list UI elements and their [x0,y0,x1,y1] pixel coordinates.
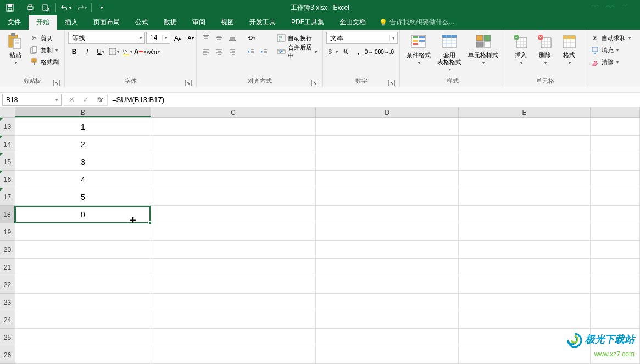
col-header-c[interactable]: C [151,107,316,117]
cell[interactable] [459,223,591,241]
cell[interactable] [316,171,459,188]
row-header-16[interactable]: 16 [0,171,15,188]
delete-cells-button[interactable]: ×删除▾ [533,32,557,67]
chevron-down-icon[interactable]: ▾ [389,35,397,41]
cell[interactable]: 4 [15,171,151,188]
cell[interactable] [591,311,640,329]
cell[interactable] [316,241,459,259]
paste-button[interactable]: 粘贴▾ [3,32,27,67]
cell[interactable] [151,294,316,311]
col-header-next[interactable] [591,107,640,117]
cell[interactable] [591,188,640,206]
align-top-icon[interactable] [200,32,212,44]
tab-pdf-tools[interactable]: PDF工具集 [283,15,332,30]
clipboard-launcher[interactable]: ⬊ [53,80,60,86]
cell[interactable] [591,171,640,188]
wrap-text-button[interactable]: abc自动换行 [275,32,319,44]
border-button[interactable]: ▾ [108,46,120,58]
cell[interactable] [15,311,151,329]
cell[interactable] [459,294,591,311]
align-right-icon[interactable] [226,46,238,58]
cell[interactable] [15,346,151,364]
chevron-down-icon[interactable]: ▾ [162,35,170,41]
phonetic-button[interactable]: wén▾ [147,46,159,58]
row-header-25[interactable]: 25 [0,329,15,346]
insert-cells-button[interactable]: +插入▾ [509,32,533,67]
cell[interactable] [591,294,640,311]
cell[interactable] [151,329,316,346]
cell[interactable]: 3 [15,153,151,171]
cell[interactable] [591,118,640,136]
cell[interactable] [591,276,640,294]
align-middle-icon[interactable] [213,32,225,44]
redo-icon[interactable]: ▾ [76,2,87,13]
underline-button[interactable]: U▾ [94,46,107,58]
cell[interactable] [316,136,459,153]
cell[interactable] [316,259,459,276]
cell[interactable] [15,294,151,311]
name-box[interactable]: B18 ▾ [2,94,62,106]
font-size-combo[interactable]: 14▾ [146,32,170,44]
merge-center-button[interactable]: 合并后居中▾ [275,46,319,58]
decrease-decimal-icon[interactable]: .00→.0 [379,46,391,58]
number-format-combo[interactable]: 文本▾ [326,32,398,44]
fill-color-button[interactable]: ▾ [121,46,133,58]
cell[interactable] [459,311,591,329]
col-header-e[interactable]: E [459,107,591,117]
cell[interactable] [591,153,640,171]
row-header-20[interactable]: 20 [0,241,15,259]
cell[interactable] [151,259,316,276]
cell[interactable] [591,136,640,153]
cell[interactable] [591,259,640,276]
format-painter-button[interactable]: 格式刷 [27,56,61,68]
cell[interactable]: 1 [15,118,151,136]
formula-input[interactable]: =SUM(B13:B17) [108,96,640,104]
align-left-icon[interactable] [200,46,212,58]
row-header-24[interactable]: 24 [0,311,15,329]
print-preview-icon[interactable] [40,2,51,13]
row-header-26[interactable]: 26 [0,346,15,364]
decrease-font-icon[interactable]: A▾ [185,32,197,44]
tab-data[interactable]: 数据 [156,15,185,30]
undo-icon[interactable]: ▾ [60,2,71,13]
tell-me-search[interactable]: 💡 告诉我您想要做什么... [379,15,454,30]
col-header-d[interactable]: D [316,107,459,117]
cell[interactable] [151,118,316,136]
tab-file[interactable]: 文件 [0,15,29,30]
cell[interactable] [151,188,316,206]
cell[interactable] [316,276,459,294]
tab-review[interactable]: 审阅 [185,15,213,30]
cell[interactable] [151,206,316,223]
cell[interactable] [591,241,640,259]
cell[interactable] [316,223,459,241]
font-color-button[interactable]: A▾ [134,46,146,58]
cell[interactable] [316,118,459,136]
cell[interactable] [316,153,459,171]
col-header-b[interactable]: B [15,107,151,117]
cell[interactable] [459,153,591,171]
cell[interactable]: 5 [15,188,151,206]
cell[interactable] [316,311,459,329]
row-header-22[interactable]: 22 [0,276,15,294]
row-header-14[interactable]: 14 [0,136,15,153]
increase-font-icon[interactable]: A▴ [171,32,183,44]
cell[interactable]: 2 [15,136,151,153]
cell[interactable] [15,329,151,346]
cell[interactable] [316,346,459,364]
tab-home[interactable]: 开始 [29,15,57,30]
bold-button[interactable]: B [68,46,80,58]
row-header-13[interactable]: 13 [0,118,15,136]
fx-icon[interactable]: fx [93,94,107,105]
cell[interactable] [151,171,316,188]
autosum-button[interactable]: Σ自动求和▾ [588,32,633,44]
cell[interactable] [151,276,316,294]
row-header-21[interactable]: 21 [0,259,15,276]
cell[interactable] [459,241,591,259]
font-launcher[interactable]: ⬊ [185,80,192,86]
tab-developer[interactable]: 开发工具 [242,15,283,30]
cell[interactable] [591,206,640,223]
cell[interactable] [151,311,316,329]
cell[interactable] [316,188,459,206]
conditional-format-button[interactable]: 条件格式▾ [403,32,434,67]
orientation-button[interactable]: ⟲▾ [245,32,257,44]
